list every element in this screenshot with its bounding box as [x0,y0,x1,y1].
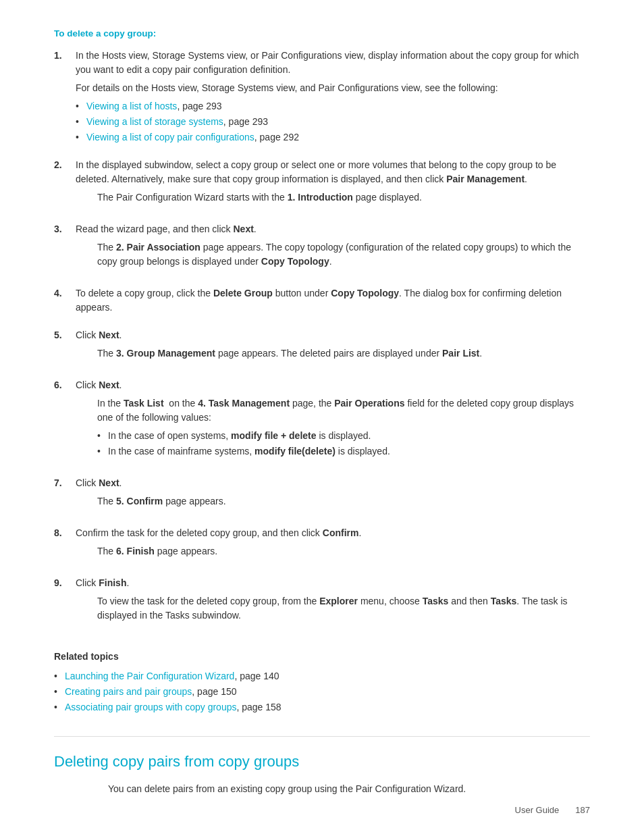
related-topics-heading: Related topics [54,650,590,664]
link-viewing-hosts[interactable]: Viewing a list of hosts [86,101,177,111]
step-8-para: Confirm the task for the deleted copy gr… [76,526,590,540]
step-1-link-2-suffix: , page 293 [223,116,268,127]
new-section-title: Deleting copy pairs from copy groups [54,750,590,773]
step-4: 4. To delete a copy group, click the Del… [54,286,590,319]
step-number-3: 3. [54,222,76,236]
step-9-content: Click Finish. To view the task for the d… [76,576,590,631]
step-1: 1. In the Hosts view, Storage Systems vi… [54,49,590,149]
step-6-bullet-1: In the case of open systems, modify file… [97,429,590,443]
step-8: 8. Confirm the task for the deleted copy… [54,526,590,567]
confirm-page-bold: 5. Confirm [116,496,163,506]
step-1-content: In the Hosts view, Storage Systems view,… [76,49,590,149]
step-9-para: Click Finish. [76,576,590,590]
pair-ops-bold: Pair Operations [334,398,404,409]
step-number-8: 8. [54,526,76,540]
related-topic-1: Launching the Pair Configuration Wizard,… [54,669,590,683]
section-heading: To delete a copy group: [54,27,590,41]
step-1-para-2: For details on the Hosts view, Storage S… [76,81,590,95]
step-1-link-3: Viewing a list of copy pair configuratio… [76,130,590,145]
modify-delete-bold: modify file + delete [231,430,316,441]
step-3-note: The 2. Pair Association page appears. Th… [97,240,590,269]
step-8-note-text: The 6. Finish page appears. [97,544,590,558]
step-8-note: The 6. Finish page appears. [97,544,590,558]
step-number-1: 1. [54,49,76,63]
task-list-bold: Task List [124,398,164,409]
step-number-5: 5. [54,328,76,342]
modify-file-delete-bold: modify file(delete) [254,446,336,457]
step-5-note: The 3. Group Management page appears. Th… [97,346,590,361]
finish-bold: Finish [99,577,126,588]
step-number-2: 2. [54,158,76,172]
step-2-para: In the displayed subwindow, select a cop… [76,158,590,186]
step-7-para: Click Next. [76,476,590,490]
step-1-links: Viewing a list of hosts, page 293 Viewin… [76,99,590,145]
page: To delete a copy group: 1. In the Hosts … [0,0,644,834]
new-section-description: You can delete pairs from an existing co… [108,782,590,796]
copy-topology-bold-3: Copy Topology [261,256,329,267]
intro-page-bold: 1. Introduction [288,192,353,203]
step-number-7: 7. [54,476,76,490]
step-5-note-text: The 3. Group Management page appears. Th… [97,346,590,361]
step-2-content: In the displayed subwindow, select a cop… [76,158,590,213]
link-viewing-pair-configs[interactable]: Viewing a list of copy pair configuratio… [86,132,254,142]
step-1-link-3-suffix: , page 292 [254,132,299,142]
step-list: 1. In the Hosts view, Storage Systems vi… [54,49,590,631]
step-2-note: The Pair Configuration Wizard starts wit… [97,190,590,205]
step-6-content: Click Next. In the Task List on the 4. T… [76,378,590,467]
new-section: Deleting copy pairs from copy groups You… [54,736,590,796]
next-bold-6: Next [99,380,119,390]
step-number-9: 9. [54,576,76,590]
step-7-content: Click Next. The 5. Confirm page appears. [76,476,590,517]
related-topic-1-suffix: , page 140 [234,671,279,681]
task-mgmt-bold: 4. Task Management [198,398,290,409]
step-3-content: Read the wizard page, and then click Nex… [76,222,590,277]
footer-page: 187 [575,804,590,817]
step-3-note-text: The 2. Pair Association page appears. Th… [97,240,590,269]
new-section-description-block: You can delete pairs from an existing co… [108,782,590,796]
related-topics-section: Related topics Launching the Pair Config… [54,650,590,714]
step-6-para: Click Next. [76,378,590,392]
step-number-4: 4. [54,286,76,301]
related-topic-3: Associating pair groups with copy groups… [54,700,590,714]
finish-page-bold: 6. Finish [116,546,155,556]
step-2: 2. In the displayed subwindow, select a … [54,158,590,213]
next-bold-3: Next [233,224,253,234]
related-topic-2: Creating pairs and pair groups, page 150 [54,685,590,699]
step-4-content: To delete a copy group, click the Delete… [76,286,590,319]
link-viewing-storage[interactable]: Viewing a list of storage systems [86,116,223,127]
step-3: 3. Read the wizard page, and then click … [54,222,590,277]
pair-list-bold: Pair List [442,348,479,359]
next-bold-5: Next [99,330,119,340]
step-7-note: The 5. Confirm page appears. [97,494,590,509]
delete-group-bold: Delete Group [213,288,273,298]
tasks-bold-2: Tasks [491,596,517,606]
step-number-6: 6. [54,378,76,392]
footer: User Guide 187 [515,804,590,817]
pair-management-bold: Pair Management [446,174,525,184]
step-6-bullets: In the case of open systems, modify file… [97,429,590,459]
step-3-para: Read the wizard page, and then click Nex… [76,222,590,236]
related-topics-list: Launching the Pair Configuration Wizard,… [54,669,590,714]
step-5: 5. Click Next. The 3. Group Management p… [54,328,590,369]
link-launching-wizard[interactable]: Launching the Pair Configuration Wizard [65,671,234,681]
confirm-bold: Confirm [323,527,359,538]
step-6: 6. Click Next. In the Task List on the 4… [54,378,590,467]
step-4-para: To delete a copy group, click the Delete… [76,286,590,315]
step-1-link-1-suffix: , page 293 [177,101,221,111]
pair-assoc-bold: 2. Pair Association [116,242,200,253]
step-1-link-1: Viewing a list of hosts, page 293 [76,99,590,113]
link-associating-pair-groups[interactable]: Associating pair groups with copy groups [65,702,236,712]
explorer-bold: Explorer [319,596,358,606]
related-topic-2-suffix: , page 150 [192,686,236,697]
step-5-content: Click Next. The 3. Group Management page… [76,328,590,369]
step-7: 7. Click Next. The 5. Confirm page appea… [54,476,590,517]
related-topic-3-suffix: , page 158 [236,702,281,712]
step-1-para-1: In the Hosts view, Storage Systems view,… [76,49,590,77]
group-mgmt-bold: 3. Group Management [116,348,215,359]
copy-topology-bold-4: Copy Topology [331,288,399,298]
footer-guide: User Guide [515,804,560,817]
step-6-bullet-2: In the case of mainframe systems, modify… [97,444,590,459]
link-creating-pairs[interactable]: Creating pairs and pair groups [65,686,192,697]
step-8-content: Confirm the task for the deleted copy gr… [76,526,590,567]
step-6-note: In the Task List on the 4. Task Manageme… [97,396,590,459]
